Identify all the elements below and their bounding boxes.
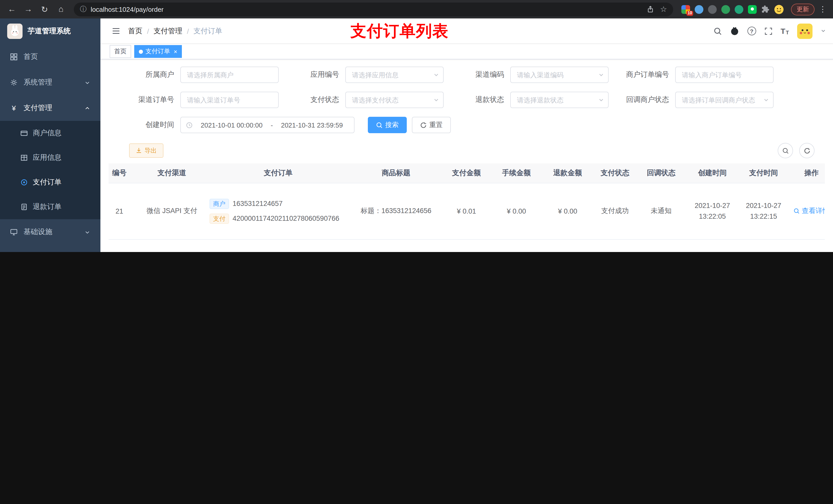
sidebar-item-pay-order[interactable]: 支付订单 — [0, 170, 100, 195]
cell-channel: 微信 JSAPI 支付 — [137, 183, 207, 239]
channel-code-select[interactable] — [510, 67, 609, 83]
sidebar-item-merchant-info[interactable]: 商户信息 — [0, 121, 100, 145]
sidebar-item-system[interactable]: 系统管理 — [0, 70, 100, 95]
cell-status: 支付成功 — [593, 239, 637, 252]
site-info-icon[interactable]: ⓘ — [80, 5, 87, 14]
screen: ← → ↻ ⌂ ⓘ localhost:1024/pay/order ☆ 10 — [0, 0, 833, 252]
search-button[interactable]: 搜索 — [368, 117, 407, 133]
sidebar-item-app-info[interactable]: 应用信息 — [0, 145, 100, 170]
search-button-label: 搜索 — [385, 120, 399, 129]
export-button[interactable]: 导出 — [129, 143, 163, 158]
date-end-input[interactable] — [275, 121, 349, 129]
extension-icon-green[interactable] — [721, 5, 730, 14]
home-icon[interactable]: ⌂ — [54, 3, 68, 16]
avatar-caret-icon[interactable] — [821, 28, 826, 34]
cell-amount: ¥ 0.01 — [442, 183, 491, 239]
breadcrumb-current: 支付订单 — [194, 26, 222, 35]
cell-actions: 查看详情 — [788, 239, 825, 252]
cell-create-time: 2021-10-2713:22:05 — [686, 183, 739, 239]
chevron-down-icon — [763, 97, 769, 103]
download-icon — [136, 147, 142, 154]
refund-status-select[interactable] — [510, 92, 609, 108]
cell-refund: ¥ 0.00 — [542, 239, 593, 252]
monitor-icon — [10, 229, 18, 236]
filter-label: 退款状态 — [444, 95, 510, 104]
col-refund: 退款金额 — [542, 163, 593, 183]
browser-profile-avatar[interactable] — [774, 4, 784, 14]
orders-table: 编号 支付渠道 支付订单 商品标题 支付金额 手续金额 退款金额 支付状态 回调… — [109, 163, 825, 252]
view-detail-link[interactable]: 查看详情 — [793, 207, 825, 216]
search-icon[interactable] — [713, 27, 721, 35]
forward-icon[interactable]: → — [22, 3, 35, 16]
close-icon[interactable]: × — [174, 48, 177, 55]
yen-icon: ¥ — [10, 104, 18, 112]
channel-order-no-input[interactable] — [180, 92, 279, 108]
app-id-select[interactable] — [345, 67, 444, 83]
cell-id: 20 — [109, 239, 137, 252]
chrome-update-button[interactable]: 更新 — [791, 3, 814, 15]
sidebar-item-label: 支付订单 — [33, 178, 62, 187]
user-avatar[interactable] — [797, 23, 812, 39]
document-icon — [21, 203, 28, 211]
extension-icon-teal[interactable] — [735, 5, 743, 14]
app-header: 首页 / 支付管理 / 支付订单 支付订单列表 — [100, 19, 833, 44]
address-bar[interactable]: ⓘ localhost:1024/pay/order ☆ — [74, 2, 673, 16]
col-notify: 回调状态 — [637, 163, 686, 183]
cell-title: 标题：1635312124656 — [350, 183, 442, 239]
breadcrumb-payment[interactable]: 支付管理 — [154, 26, 182, 35]
chevron-down-icon — [433, 97, 439, 103]
toggle-search-button[interactable] — [778, 143, 793, 158]
refresh-table-button[interactable] — [799, 143, 814, 158]
extension-icon-chat[interactable] — [748, 5, 757, 14]
active-dot — [139, 49, 143, 53]
create-time-range[interactable]: - — [180, 117, 355, 133]
reset-button[interactable]: 重置 — [412, 117, 451, 133]
sidebar-item-dev-tools[interactable]: 研发工具 — [0, 245, 100, 252]
puzzle-extensions-icon[interactable] — [761, 5, 769, 13]
filter-label: 回调商户状态 — [609, 95, 675, 104]
sidebar-item-label: 应用信息 — [33, 153, 62, 162]
cell-fee: ¥ 0.00 — [491, 239, 542, 252]
cell-order: 商户1635311949168 支付4200001181202110277723… — [207, 239, 350, 252]
chevron-down-icon — [433, 72, 439, 78]
extension-icon-blue[interactable] — [695, 5, 704, 14]
col-amount: 支付金额 — [442, 163, 491, 183]
hamburger-icon[interactable] — [108, 23, 124, 39]
pay-status-select[interactable] — [345, 92, 444, 108]
merchant-order-no-input[interactable] — [675, 67, 774, 83]
cell-notify: 未通知 — [637, 183, 686, 239]
sidebar-item-label: 商户信息 — [33, 128, 62, 138]
date-start-input[interactable] — [195, 121, 269, 129]
tab-home[interactable]: 首页 — [110, 45, 131, 58]
bookmark-star-icon[interactable]: ☆ — [660, 5, 667, 14]
font-size-icon[interactable]: TT — [781, 27, 789, 35]
cell-refund: ¥ 0.00 — [542, 183, 593, 239]
logo-avatar — [7, 24, 23, 39]
sidebar-item-home[interactable]: 首页 — [0, 44, 100, 70]
breadcrumb-home[interactable]: 首页 — [128, 26, 142, 35]
range-separator: - — [271, 121, 273, 129]
sidebar-item-label: 首页 — [24, 52, 38, 62]
merchant-select[interactable] — [180, 67, 279, 83]
share-icon[interactable] — [646, 5, 654, 13]
sidebar-item-label: 系统管理 — [24, 78, 52, 87]
sidebar-item-payment[interactable]: ¥ 支付管理 — [0, 95, 100, 121]
col-pay-time: 支付时间 — [739, 163, 788, 183]
help-icon[interactable]: ? — [747, 27, 756, 35]
sidebar-item-refund-order[interactable]: 退款订单 — [0, 195, 100, 219]
chevron-down-icon — [598, 97, 604, 103]
extension-icon-colorful[interactable]: 10 — [681, 5, 690, 14]
dashboard-icon — [10, 53, 18, 61]
notify-status-select[interactable] — [675, 92, 774, 108]
sidebar-item-label: 退款订单 — [33, 202, 62, 212]
fullscreen-icon[interactable] — [764, 27, 772, 35]
reload-icon[interactable]: ↻ — [38, 3, 51, 16]
back-icon[interactable]: ← — [5, 3, 19, 16]
github-icon[interactable] — [730, 26, 739, 35]
browser-menu-icon[interactable]: ⋮ — [818, 5, 828, 14]
channel-order-no: 4200001174202110278060590766 — [233, 215, 339, 222]
col-order: 支付订单 — [207, 163, 350, 183]
tab-pay-order[interactable]: 支付订单 × — [134, 45, 182, 58]
sidebar-item-infrastructure[interactable]: 基础设施 — [0, 219, 100, 245]
extension-icon-gray[interactable] — [708, 5, 717, 14]
